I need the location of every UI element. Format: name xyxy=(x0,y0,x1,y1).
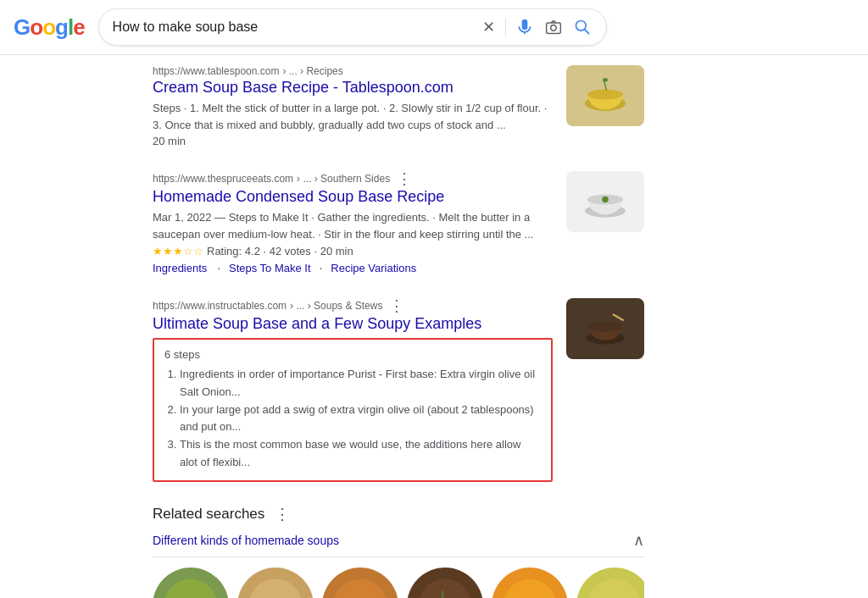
result-1-row: https://www.tablespoon.com › ... › Recip… xyxy=(153,65,644,147)
logo-o1: o xyxy=(30,14,42,41)
related-header: Related searches ⋮ xyxy=(153,506,644,523)
related-title: Related searches xyxy=(153,506,264,523)
soup-broccoli-cheddar[interactable]: Broccoli cheddar soup xyxy=(576,568,644,598)
steps-list: Ingredients in order of importance Puris… xyxy=(164,366,541,472)
result-1-text: https://www.tablespoon.com › ... › Recip… xyxy=(153,65,553,147)
result-1-thumb-img xyxy=(566,65,644,126)
related-subheader-label: Different kinds of homemade soups xyxy=(153,534,339,547)
result-2: https://www.thespruceeats.com › ... › So… xyxy=(153,171,644,274)
clear-button[interactable]: ✕ xyxy=(481,16,497,38)
result-2-link-steps[interactable]: Steps To Make It xyxy=(229,262,311,274)
svg-point-19 xyxy=(249,579,303,598)
result-1: https://www.tablespoon.com › ... › Recip… xyxy=(153,65,644,147)
result-3-title[interactable]: Ultimate Soup Base and a Few Soupy Examp… xyxy=(153,315,553,333)
step-3: This is the most common base we would us… xyxy=(180,436,541,472)
result-1-url: https://www.tablespoon.com › ... › Recip… xyxy=(153,65,553,77)
main-content: https://www.tablespoon.com › ... › Recip… xyxy=(0,55,644,598)
highlight-box: 6 steps Ingredients in order of importan… xyxy=(153,338,553,482)
result-2-thumb xyxy=(566,171,644,232)
google-logo: Google xyxy=(14,14,85,41)
result-2-rating: Rating: 4.2 · 42 votes · 20 min xyxy=(207,245,353,257)
result-2-menu[interactable]: ⋮ xyxy=(397,171,412,186)
result-2-url: https://www.thespruceeats.com › ... › So… xyxy=(153,171,553,186)
result-2-links: Ingredients · Steps To Make It · Recipe … xyxy=(153,261,553,274)
soup-butternut-squash[interactable]: Butternut squash soup xyxy=(492,568,568,598)
search-input[interactable] xyxy=(113,19,474,35)
microphone-button[interactable] xyxy=(515,17,535,37)
related-section: Related searches ⋮ Different kinds of ho… xyxy=(153,506,644,598)
search-icons: ✕ xyxy=(481,16,593,38)
logo-e: e xyxy=(73,14,84,41)
result-3-url: https://www.instructables.com › ... › So… xyxy=(153,298,553,313)
result-2-text: https://www.thespruceeats.com › ... › So… xyxy=(153,171,553,274)
collapse-icon[interactable]: ∧ xyxy=(633,531,644,550)
result-3-thumb xyxy=(566,298,644,359)
svg-point-26 xyxy=(419,579,472,598)
header: Google ✕ xyxy=(0,0,868,55)
result-3-row: https://www.instructables.com › ... › So… xyxy=(153,298,644,482)
result-1-domain: https://www.tablespoon.com xyxy=(153,65,279,77)
result-3: https://www.instructables.com › ... › So… xyxy=(153,298,644,482)
result-1-title[interactable]: Cream Soup Base Recipe - Tablespoon.com xyxy=(153,79,553,97)
soup-img-1 xyxy=(153,568,229,598)
result-2-title[interactable]: Homemade Condensed Soup Base Recipe xyxy=(153,188,553,206)
logo-o2: o xyxy=(42,14,55,41)
svg-point-5 xyxy=(587,90,623,100)
svg-point-29 xyxy=(504,579,557,598)
result-2-domain: https://www.thespruceeats.com xyxy=(153,173,293,185)
result-2-rating-row: ★★★☆☆ Rating: 4.2 · 42 votes · 20 min xyxy=(153,245,553,257)
svg-point-7 xyxy=(603,78,608,82)
svg-point-1 xyxy=(550,25,556,31)
related-subheader[interactable]: Different kinds of homemade soups ∧ xyxy=(153,531,644,557)
svg-point-14 xyxy=(164,579,218,598)
svg-line-3 xyxy=(585,30,589,34)
result-3-path: › ... › Soups & Stews xyxy=(290,300,382,312)
svg-point-12 xyxy=(589,321,622,331)
result-2-path: › ... › Southern Sides xyxy=(297,173,390,185)
result-2-link-variations[interactable]: Recipe Variations xyxy=(331,262,416,274)
result-3-text: https://www.instructables.com › ... › So… xyxy=(153,298,553,482)
svg-rect-13 xyxy=(612,313,624,320)
divider xyxy=(505,18,506,36)
result-2-thumb-img xyxy=(566,171,644,232)
step-1: Ingredients in order of importance Puris… xyxy=(180,366,541,401)
camera-button[interactable] xyxy=(543,17,564,37)
soup-img-5 xyxy=(492,568,568,598)
result-2-date-desc: Mar 1, 2022 — Steps to Make It · Gather … xyxy=(153,209,553,242)
svg-rect-28 xyxy=(442,590,444,598)
soup-chicken-vegetable[interactable]: Chicken vegetable xyxy=(153,568,229,598)
search-button[interactable] xyxy=(572,17,593,37)
result-1-time: 20 min xyxy=(153,135,553,147)
svg-point-21 xyxy=(334,579,387,598)
logo-g: G xyxy=(14,14,30,41)
result-2-date: Mar 1, 2022 xyxy=(153,211,211,224)
result-1-thumb xyxy=(566,65,644,126)
svg-point-10 xyxy=(602,196,609,202)
soup-img-2 xyxy=(237,568,314,598)
soup-img-4 xyxy=(407,568,483,598)
soup-img-6 xyxy=(576,568,644,598)
result-3-menu[interactable]: ⋮ xyxy=(389,298,404,313)
soup-grid: Chicken vegetable Chicken noodle soup xyxy=(153,568,644,598)
result-3-domain: https://www.instructables.com xyxy=(153,300,287,312)
soup-vegetable[interactable]: Vegetable soup xyxy=(322,568,398,598)
search-bar: ✕ xyxy=(98,8,607,46)
steps-label: 6 steps xyxy=(164,348,541,361)
soup-noodle[interactable]: Noodle soup xyxy=(407,568,483,598)
result-2-row: https://www.thespruceeats.com › ... › So… xyxy=(153,171,644,274)
related-menu[interactable]: ⋮ xyxy=(275,507,290,522)
result-3-thumb-img xyxy=(566,298,644,359)
result-1-path: › ... › Recipes xyxy=(282,65,342,77)
soup-chicken-noodle[interactable]: Chicken noodle soup xyxy=(237,568,314,598)
result-2-link-ingredients[interactable]: Ingredients xyxy=(153,262,207,274)
step-2: In your large pot add a swig of extra vi… xyxy=(180,401,541,437)
result-2-dash: — xyxy=(214,211,229,224)
svg-point-31 xyxy=(588,579,642,598)
soup-img-3 xyxy=(322,568,398,598)
logo-g2: g xyxy=(55,14,68,41)
result-1-desc: Steps · 1. Melt the stick of butter in a… xyxy=(153,100,553,133)
result-2-stars: ★★★☆☆ xyxy=(153,245,203,257)
